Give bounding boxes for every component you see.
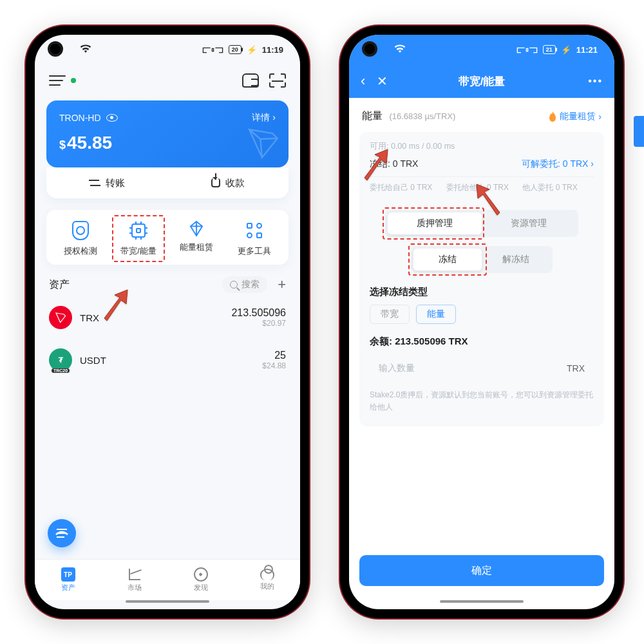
tutorial-arrow-icon	[475, 183, 504, 216]
vibrate-icon: ⫍▯⫎	[202, 45, 223, 55]
tool-more[interactable]: 更多工具	[225, 220, 283, 257]
tab-bar: TP资产 市场 发现 我的	[35, 559, 300, 600]
battery-icon: 21	[543, 45, 556, 54]
status-bar: ⫍▯⫎ 21 ⚡ 11:21	[349, 35, 614, 64]
wallet-icon[interactable]	[242, 73, 259, 88]
input-placeholder: 输入数量	[379, 363, 415, 374]
tool-energy-rental[interactable]: 能量租赁	[167, 220, 225, 257]
rental-link[interactable]: 能量租赁›	[548, 111, 601, 122]
chat-fab[interactable]	[48, 519, 76, 547]
svg-point-0	[195, 225, 198, 228]
available-label: 可用: 0.00 ms / 0.00 ms	[370, 141, 594, 152]
discover-tab-icon	[194, 567, 208, 582]
unfreeze-tab[interactable]: 解冻结	[482, 249, 550, 270]
tab-market[interactable]: 市场	[101, 560, 167, 600]
trx-coin-icon	[49, 306, 72, 329]
stake-panel: 可用: 0.00 ms / 0.00 ms 冻结: 0 TRX 可解委托: 0 …	[359, 132, 604, 426]
camera-hole	[362, 41, 377, 57]
side-chip	[634, 116, 644, 147]
search-input[interactable]: 搜索	[222, 276, 267, 293]
market-tab-icon	[128, 567, 142, 582]
pill-bandwidth[interactable]: 带宽	[370, 305, 410, 324]
status-bar: ⫍▯⫎ 20 ⚡ 11:19	[35, 35, 300, 64]
highlight-box	[383, 207, 484, 240]
top-bar	[35, 64, 300, 97]
asset-row-usdt[interactable]: ₮USDT 25$24.88	[49, 341, 286, 379]
screen-right: ⫍▯⫎ 21 ⚡ 11:21 ‹ ✕ 带宽/能量 ••• 能量 (16.6838…	[349, 35, 614, 609]
assets-tab-icon: TP	[61, 567, 75, 582]
screen-left: ⫍▯⫎ 20 ⚡ 11:19 TRON-HD 详情 ›	[35, 35, 300, 609]
balance-card[interactable]: TRON-HD 详情 › $45.85	[46, 100, 289, 167]
confirm-button[interactable]: 确定	[359, 555, 604, 586]
wifi-icon	[394, 44, 406, 55]
pill-energy[interactable]: 能量	[416, 305, 456, 324]
details-link[interactable]: 详情 ›	[252, 112, 276, 124]
wallet-name: TRON-HD	[59, 113, 101, 123]
mine-tab-icon	[260, 569, 274, 580]
delegatable-link[interactable]: 可解委托: 0 TRX ›	[522, 158, 594, 170]
action-row: 转账 收款	[46, 167, 289, 198]
menu-icon[interactable]	[49, 80, 63, 81]
kite-icon	[189, 220, 204, 237]
balance-label: 余额: 213.505096 TRX	[370, 336, 594, 348]
search-icon	[230, 281, 238, 289]
wifi-icon	[80, 44, 91, 55]
assets-header: 资产 搜索 +	[49, 276, 286, 293]
tools-panel: 授权检测 带宽/能量 能量租赁 更多工具	[46, 210, 289, 265]
phone-right: ⫍▯⫎ 21 ⚡ 11:21 ‹ ✕ 带宽/能量 ••• 能量 (16.6838…	[340, 26, 623, 618]
freeze-segment: 冻结 解冻结	[411, 246, 553, 273]
phone-left: ⫍▯⫎ 20 ⚡ 11:19 TRON-HD 详情 ›	[26, 26, 309, 618]
energy-top-row: 能量 (16.6838 µs/TRX) 能量租赁›	[359, 98, 604, 132]
input-unit: TRX	[567, 363, 585, 374]
receive-button[interactable]: 收款	[167, 167, 289, 198]
scan-icon[interactable]	[269, 73, 286, 88]
energy-rate: (16.6838 µs/TRX)	[389, 111, 455, 121]
visibility-icon[interactable]	[106, 114, 118, 122]
freeze-type-pills: 带宽 能量	[370, 305, 594, 324]
freeze-type-title: 选择冻结类型	[370, 286, 594, 298]
shield-icon	[72, 221, 89, 240]
add-asset-button[interactable]: +	[278, 276, 286, 293]
tab-discover[interactable]: 发现	[167, 560, 234, 600]
tab-assets[interactable]: TP资产	[35, 560, 101, 600]
tool-bandwidth-energy[interactable]: 带宽/能量	[109, 220, 167, 257]
asset-row-trx[interactable]: TRX 213.505096$20.97	[49, 298, 286, 337]
page-title: 带宽/能量	[349, 74, 614, 89]
page-header: ‹ ✕ 带宽/能量 •••	[349, 64, 614, 98]
tutorial-arrow-icon	[100, 289, 129, 322]
energy-label: 能量	[362, 110, 383, 121]
highlight-box	[408, 243, 487, 276]
chip-icon	[131, 223, 146, 238]
receive-icon	[211, 178, 220, 187]
tutorial-arrow-icon	[361, 148, 389, 182]
fire-icon	[548, 111, 557, 122]
transfer-button[interactable]: 转账	[46, 167, 167, 198]
assets-label: 资产	[49, 278, 70, 292]
amount-input[interactable]: 输入数量 TRX	[370, 354, 594, 383]
transfer-icon	[89, 178, 100, 187]
status-time: 11:21	[576, 45, 598, 55]
highlight-box	[112, 215, 165, 262]
vibrate-icon: ⫍▯⫎	[516, 45, 538, 55]
battery-icon: 20	[229, 45, 242, 54]
connection-dot	[71, 78, 76, 83]
tron-watermark-icon	[243, 124, 282, 162]
tool-auth-check[interactable]: 授权检测	[52, 220, 109, 257]
charging-icon: ⚡	[247, 45, 257, 55]
stake-note: Stake2.0质押后，资源默认到您当前账号，您可以到资源管理委托给他人	[370, 389, 594, 413]
camera-hole	[48, 41, 63, 57]
tab-mine[interactable]: 我的	[234, 560, 300, 600]
status-time: 11:19	[262, 45, 283, 55]
grid-icon	[247, 223, 262, 238]
usdt-coin-icon: ₮	[49, 348, 72, 372]
charging-icon: ⚡	[561, 45, 571, 55]
more-button[interactable]: •••	[588, 75, 603, 87]
